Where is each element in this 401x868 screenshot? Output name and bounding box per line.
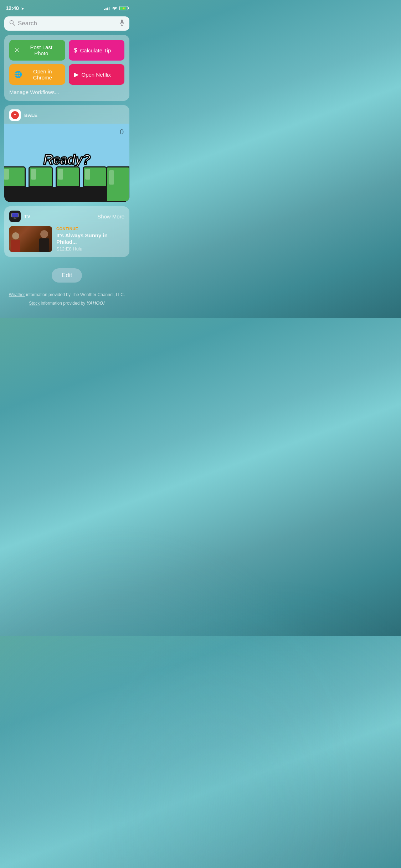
tv-widget: TV Show More — [4, 206, 129, 257]
status-time: 12:40 — [6, 5, 19, 11]
bale-header: BALE — [4, 105, 129, 124]
tv-header-left: TV — [9, 211, 31, 222]
status-time-wrapper: 12:40 ➤ — [6, 5, 24, 11]
tv-header: TV Show More — [4, 206, 129, 225]
footer-info-text-2: information provided by — [40, 301, 86, 306]
microphone-icon[interactable] — [119, 20, 124, 27]
tv-show-meta: S12:E8 Hulu — [56, 246, 124, 252]
svg-rect-8 — [12, 213, 18, 217]
status-bar: 12:40 ➤ ⚡ — [0, 0, 134, 14]
signal-bar-4 — [109, 7, 110, 10]
tv-app-icon — [9, 211, 21, 222]
pipe-2 — [29, 166, 53, 187]
bale-widget: BALE 0 Ready? — [4, 105, 129, 202]
chrome-icon: 🌐 — [14, 71, 22, 78]
svg-line-1 — [13, 24, 15, 25]
pipe-1 — [4, 166, 26, 187]
pipe-3 — [56, 166, 80, 187]
manage-workflows-button[interactable]: Manage Workflows... — [9, 88, 59, 96]
edit-button[interactable]: Edit — [52, 268, 82, 283]
tv-continue-label: CONTINUE — [56, 227, 124, 231]
footer-weather-line: Weather information provided by The Weat… — [7, 291, 127, 299]
calculate-tip-icon: $ — [74, 47, 77, 54]
signal-bar-2 — [106, 8, 107, 10]
tv-show-title: It's Always Sunny in Philad... — [56, 232, 124, 245]
yahoo-logo: YAHOO! — [87, 300, 105, 306]
stock-link[interactable]: Stock — [29, 301, 40, 306]
show-more-button[interactable]: Show More — [97, 213, 124, 219]
search-icon — [9, 20, 15, 27]
battery-container: ⚡ — [119, 6, 128, 10]
thumbnail-overlay — [9, 226, 52, 252]
svg-point-0 — [10, 21, 14, 24]
open-netflix-button[interactable]: ▶ Open Netflix — [69, 64, 125, 85]
open-chrome-button[interactable]: 🌐 Open in Chrome — [9, 64, 65, 85]
workflow-buttons: ✳ Post Last Photo $ Calculate Tip 🌐 Open… — [9, 40, 124, 85]
signal-bar-3 — [107, 7, 108, 10]
tv-content: CONTINUE It's Always Sunny in Philad... … — [4, 225, 129, 257]
wifi-icon — [112, 5, 118, 11]
open-chrome-label: Open in Chrome — [25, 68, 60, 81]
calculate-tip-label: Calculate Tip — [80, 47, 111, 53]
tv-info: CONTINUE It's Always Sunny in Philad... … — [56, 227, 124, 252]
post-photo-icon: ✳ — [14, 46, 20, 54]
weather-link[interactable]: Weather — [9, 292, 25, 297]
location-icon: ➤ — [21, 6, 24, 11]
ready-text: Ready? — [43, 152, 90, 167]
footer-info-text-1: information provided by The Weather Chan… — [25, 292, 125, 297]
pipe-4 — [83, 166, 107, 187]
footer: Weather information provided by The Weat… — [0, 288, 134, 318]
calculate-tip-button[interactable]: $ Calculate Tip — [69, 40, 125, 61]
search-bar[interactable]: Search — [4, 16, 129, 31]
signal-bars — [104, 6, 110, 10]
edit-section: Edit — [0, 261, 134, 288]
tv-thumbnail — [9, 226, 52, 252]
bale-app-icon — [9, 109, 21, 121]
tv-thumbnail-bg — [9, 226, 52, 252]
bale-game-area[interactable]: 0 Ready? — [4, 124, 129, 202]
pipe-highlight — [109, 170, 114, 185]
battery-icon: ⚡ — [119, 6, 128, 10]
corner-pipe — [106, 166, 129, 202]
game-score: 0 — [120, 128, 124, 136]
tv-app-name: TV — [24, 214, 31, 219]
footer-stock-line: Stock information provided by YAHOO! — [7, 299, 127, 308]
bale-icon-inner — [11, 111, 19, 119]
charging-bolt: ⚡ — [122, 7, 125, 10]
search-bar-container: Search — [0, 14, 134, 35]
workflow-widget: ✳ Post Last Photo $ Calculate Tip 🌐 Open… — [4, 35, 129, 101]
post-last-photo-button[interactable]: ✳ Post Last Photo — [9, 40, 65, 61]
svg-point-6 — [14, 114, 16, 115]
signal-bar-1 — [104, 9, 105, 10]
netflix-icon: ▶ — [74, 71, 79, 78]
tv-monitor-icon — [11, 213, 19, 220]
post-photo-label: Post Last Photo — [22, 44, 60, 56]
bale-app-name: BALE — [24, 113, 37, 118]
svg-rect-2 — [121, 20, 123, 23]
search-placeholder: Search — [18, 20, 117, 27]
status-icons: ⚡ — [104, 5, 128, 11]
open-netflix-label: Open Netflix — [82, 72, 111, 78]
